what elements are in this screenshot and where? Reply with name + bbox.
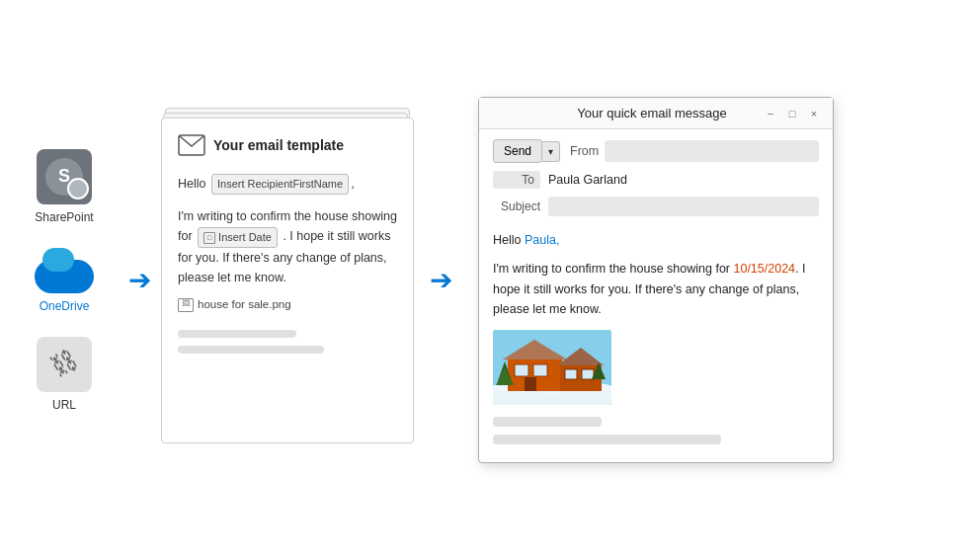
image-placeholder: 🖼 house for sale.png <box>178 295 291 313</box>
template-greeting-line: Hello Insert RecipientFirstName, <box>178 174 397 196</box>
arrow-2: ➔ <box>430 264 452 296</box>
subject-bar <box>548 197 819 216</box>
house-image <box>493 330 611 405</box>
skeleton-2 <box>178 346 324 354</box>
to-label: To <box>493 171 540 189</box>
house-svg <box>493 330 611 405</box>
image-icon: 🖼 <box>178 298 194 312</box>
window-controls: − □ × <box>764 107 821 120</box>
window-skeleton-2 <box>493 435 721 444</box>
template-title: Your email template <box>213 137 344 153</box>
minimize-button[interactable]: − <box>764 107 777 120</box>
subject-label: Subject <box>493 200 540 213</box>
send-from-row: Send ▾ From <box>493 139 819 163</box>
date-placeholder: □ Insert Date <box>198 227 278 249</box>
email-template-card: Your email template Hello Insert Recipie… <box>161 118 414 443</box>
subject-row: Subject <box>493 197 819 216</box>
window-title-bar: Your quick email message − □ × <box>479 98 833 129</box>
highlight-name: Paula, <box>525 233 559 247</box>
sharepoint-icon: S <box>37 149 92 204</box>
url-icon: ⛓ <box>37 337 92 392</box>
email-body: I'm writing to confirm the house showing… <box>493 259 819 320</box>
to-value: Paula Garland <box>548 173 819 187</box>
svg-rect-12 <box>582 369 594 379</box>
email-greeting: Hello Paula, <box>493 230 819 251</box>
svg-rect-11 <box>565 369 577 379</box>
send-dropdown-button[interactable]: ▾ <box>542 141 560 162</box>
arrow-1: ➔ <box>128 264 151 296</box>
highlight-date: 10/15/2024 <box>733 262 795 276</box>
onedrive-label: OneDrive <box>40 299 90 313</box>
svg-rect-8 <box>515 364 528 376</box>
from-label: From <box>570 144 599 158</box>
svg-rect-10 <box>525 377 536 391</box>
skeleton-1 <box>178 330 296 338</box>
template-body-1: I'm writing to confirm the house showing… <box>178 206 397 287</box>
sidebar-item-url[interactable]: ⛓ URL <box>37 337 92 412</box>
maximize-button[interactable]: □ <box>785 107 799 120</box>
svg-rect-9 <box>533 364 547 376</box>
window-body: Send ▾ From To Paula Garland Subject Hel… <box>479 129 833 462</box>
url-label: URL <box>52 398 76 412</box>
email-template-wrapper: Your email template Hello Insert Recipie… <box>161 118 414 443</box>
send-button[interactable]: Send <box>493 139 542 163</box>
to-row: To Paula Garland <box>493 171 819 189</box>
template-body: Hello Insert RecipientFirstName, I'm wri… <box>178 174 397 354</box>
calendar-icon: □ <box>203 232 215 244</box>
email-template-icon <box>178 134 205 156</box>
from-value-bar <box>605 140 819 162</box>
main-container: S SharePoint OneDrive ⛓ URL ➔ <box>0 0 972 560</box>
window-skeleton-1 <box>493 417 602 427</box>
close-button[interactable]: × <box>807 107 821 120</box>
template-header: Your email template <box>178 134 397 156</box>
sidebar-item-onedrive[interactable]: OneDrive <box>35 248 94 313</box>
left-sidebar: S SharePoint OneDrive ⛓ URL <box>10 149 119 412</box>
email-content: Hello Paula, I'm writing to confirm the … <box>493 226 819 448</box>
onedrive-icon <box>35 248 94 293</box>
recipient-placeholder: Insert RecipientFirstName <box>211 174 349 196</box>
sidebar-item-sharepoint[interactable]: S SharePoint <box>35 149 93 224</box>
email-window: Your quick email message − □ × Send ▾ Fr… <box>478 97 834 463</box>
window-title: Your quick email message <box>540 106 764 120</box>
sharepoint-label: SharePoint <box>35 210 93 224</box>
